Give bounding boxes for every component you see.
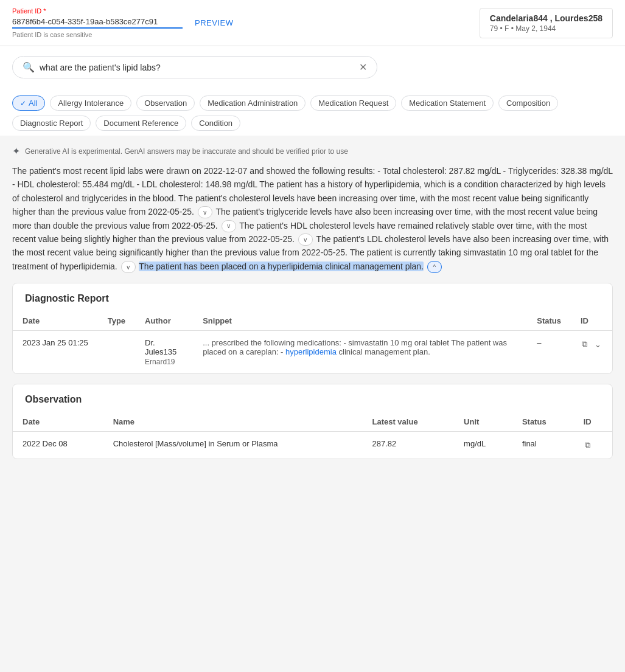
col-author: Author bbox=[135, 311, 193, 331]
header: Patient ID * Patient ID is case sensitiv… bbox=[0, 0, 625, 46]
observation-table: Date Name Latest value Unit Status ID 20… bbox=[13, 412, 612, 459]
obs-copy-button-0[interactable]: ⧉ bbox=[584, 439, 592, 451]
chip-diagnostic-report[interactable]: Diagnostic Report bbox=[12, 116, 91, 131]
patient-id-label-text: Patient ID bbox=[12, 7, 41, 15]
chip-observation-label: Observation bbox=[144, 99, 187, 108]
diag-id-0: ⧉ ⌄ bbox=[571, 331, 612, 374]
chip-allergy-intolerance-label: Allergy Intolerance bbox=[58, 99, 124, 108]
expand-button-4[interactable]: v bbox=[121, 261, 136, 273]
chip-all[interactable]: ✓ All bbox=[12, 95, 45, 111]
chip-medication-statement[interactable]: Medication Statement bbox=[401, 95, 494, 111]
col-date: Date bbox=[13, 311, 98, 331]
obs-latest-value-0: 287.82 bbox=[362, 432, 454, 459]
diag-status-0: – bbox=[527, 331, 571, 374]
obs-col-unit: Unit bbox=[454, 412, 512, 432]
expand-button-1[interactable]: v bbox=[198, 206, 212, 218]
expand-button-2[interactable]: v bbox=[222, 220, 236, 232]
chip-medication-administration-label: Medication Administration bbox=[208, 99, 298, 108]
ai-notice: ✦ Generative AI is experimental. GenAI a… bbox=[12, 145, 613, 157]
check-icon: ✓ bbox=[20, 99, 26, 108]
preview-button[interactable]: PREVIEW bbox=[195, 18, 233, 27]
obs-status-0: final bbox=[512, 432, 574, 459]
search-bar: 🔍 ✕ bbox=[12, 56, 377, 78]
chip-medication-request[interactable]: Medication Request bbox=[310, 95, 396, 111]
observation-row-0: 2022 Dec 08 Cholesterol [Mass/volume] in… bbox=[13, 432, 612, 459]
col-id: ID bbox=[571, 311, 612, 331]
patient-name: Candelaria844 , Lourdes258 bbox=[490, 13, 602, 23]
patient-id-input[interactable] bbox=[12, 16, 183, 29]
patient-id-section: Patient ID * Patient ID is case sensitiv… bbox=[12, 7, 183, 38]
diag-copy-button-0[interactable]: ⧉ bbox=[581, 338, 588, 350]
col-type: Type bbox=[98, 311, 135, 331]
diagnostic-report-row-0: 2023 Jan 25 01:25 Dr. Jules135 Ernard19 … bbox=[13, 331, 612, 374]
diag-snippet-0: ... prescribed the following medications… bbox=[193, 331, 527, 374]
chip-diagnostic-report-label: Diagnostic Report bbox=[20, 119, 83, 128]
chip-medication-statement-label: Medication Statement bbox=[409, 99, 486, 108]
ai-notice-text: Generative AI is experimental. GenAI ans… bbox=[25, 147, 348, 156]
diag-type-0 bbox=[98, 331, 135, 374]
chip-observation[interactable]: Observation bbox=[136, 95, 195, 111]
diag-date-0: 2023 Jan 25 01:25 bbox=[13, 331, 98, 374]
chip-condition[interactable]: Condition bbox=[191, 116, 240, 131]
observation-section: Observation Date Name Latest value Unit … bbox=[12, 384, 613, 459]
diagnostic-report-section: Diagnostic Report Date Type Author Snipp… bbox=[12, 283, 613, 374]
search-clear-button[interactable]: ✕ bbox=[359, 63, 367, 72]
chip-medication-administration[interactable]: Medication Administration bbox=[200, 95, 306, 111]
required-marker: * bbox=[41, 7, 46, 15]
chip-composition-label: Composition bbox=[506, 99, 550, 108]
diagnostic-report-table: Date Type Author Snippet Status ID 2023 … bbox=[13, 311, 612, 373]
chip-allergy-intolerance[interactable]: Allergy Intolerance bbox=[50, 95, 131, 111]
chip-all-label: All bbox=[29, 99, 37, 108]
diag-author-sub-0: Ernard19 bbox=[145, 358, 183, 366]
obs-name-0: Cholesterol [Mass/volume] in Serum or Pl… bbox=[103, 432, 363, 459]
obs-unit-0: mg/dL bbox=[454, 432, 512, 459]
expand-button-5[interactable]: ^ bbox=[427, 261, 442, 273]
search-icon: 🔍 bbox=[23, 61, 35, 73]
diag-author-0: Dr. Jules135 Ernard19 bbox=[135, 331, 193, 374]
diag-row-actions-0: ⧉ ⌄ bbox=[581, 338, 602, 350]
ai-star-icon: ✦ bbox=[12, 145, 20, 157]
observation-title: Observation bbox=[13, 384, 612, 412]
obs-col-latest-value: Latest value bbox=[362, 412, 454, 432]
diagnostic-report-header-row: Date Type Author Snippet Status ID bbox=[13, 311, 612, 331]
obs-col-status: Status bbox=[512, 412, 574, 432]
patient-details: 79 • F • May 2, 1944 bbox=[490, 24, 602, 33]
col-snippet: Snippet bbox=[193, 311, 527, 331]
diagnostic-report-title: Diagnostic Report bbox=[13, 283, 612, 311]
obs-id-0: ⧉ bbox=[574, 432, 612, 459]
diag-author-name-0: Dr. Jules135 bbox=[145, 338, 183, 356]
chip-condition-label: Condition bbox=[199, 119, 232, 128]
chip-document-reference[interactable]: Document Reference bbox=[96, 116, 186, 131]
patient-id-label: Patient ID * bbox=[12, 7, 183, 15]
search-container: 🔍 ✕ bbox=[0, 46, 625, 88]
obs-col-date: Date bbox=[13, 412, 103, 432]
main-content: ✦ Generative AI is experimental. GenAI a… bbox=[0, 136, 625, 479]
filter-chips: ✓ All Allergy Intolerance Observation Me… bbox=[0, 88, 625, 136]
chip-document-reference-label: Document Reference bbox=[103, 119, 178, 128]
ai-response: The patient's most recent lipid labs wer… bbox=[12, 164, 613, 273]
patient-info-card: Candelaria844 , Lourdes258 79 • F • May … bbox=[480, 8, 613, 38]
expand-button-3[interactable]: v bbox=[298, 234, 313, 246]
obs-date-0: 2022 Dec 08 bbox=[13, 432, 103, 459]
ai-highlighted-text: The patient has been placed on a hyperli… bbox=[139, 262, 424, 271]
diag-date-text-0: 2023 Jan 25 01:25 bbox=[23, 338, 88, 347]
chip-composition[interactable]: Composition bbox=[498, 95, 558, 111]
obs-col-name: Name bbox=[103, 412, 363, 432]
patient-id-hint: Patient ID is case sensitive bbox=[12, 31, 183, 38]
diag-snippet-after-0: clinical management plan. bbox=[337, 347, 430, 356]
chip-medication-request-label: Medication Request bbox=[318, 99, 388, 108]
diag-snippet-highlight-0: hyperlipidemia bbox=[285, 347, 337, 356]
search-input[interactable] bbox=[40, 63, 354, 72]
observation-header-row: Date Name Latest value Unit Status ID bbox=[13, 412, 612, 432]
obs-col-id: ID bbox=[574, 412, 612, 432]
col-status: Status bbox=[527, 311, 571, 331]
diag-expand-row-button-0[interactable]: ⌄ bbox=[593, 339, 602, 350]
